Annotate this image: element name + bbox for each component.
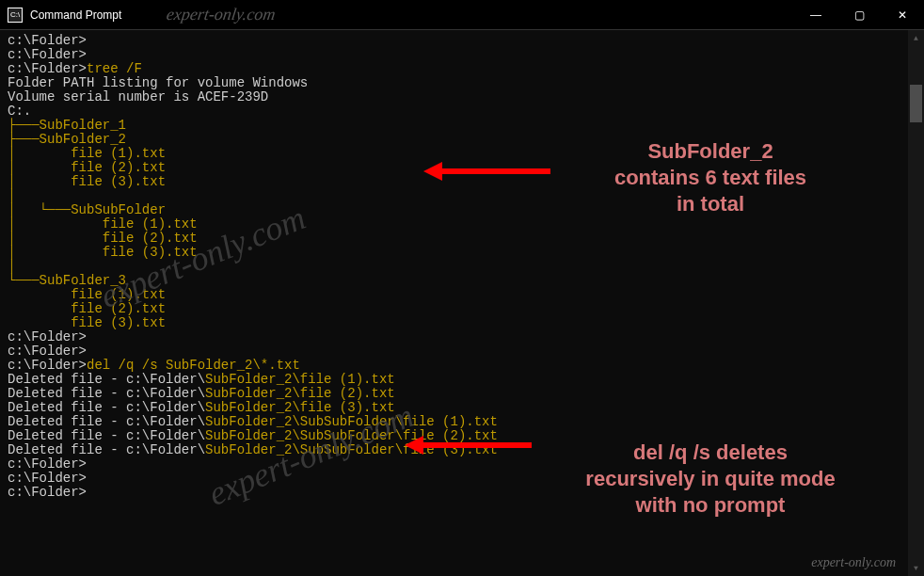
deleted-path: SubFolder_2\SubSubFolder\file (1).txt [205, 414, 498, 429]
prompt: c:\Folder> [8, 61, 87, 76]
tree-line: │ └───SubSubFolder [8, 203, 900, 217]
prompt-line: c:\Folder> [8, 457, 900, 472]
output-line: C:. [8, 104, 900, 119]
tree-line: file (3).txt [8, 316, 900, 330]
output-line: Volume serial number is ACEF-239D [8, 90, 900, 104]
tree-line: │ [8, 260, 900, 274]
close-button[interactable]: ✕ [881, 0, 924, 30]
deleted-prefix: Deleted file - c:\Folder\ [8, 372, 205, 387]
watermark-titlebar: expert-only.com [166, 5, 277, 24]
terminal-content[interactable]: c:\Folder>c:\Folder>c:\Folder>tree /FFol… [0, 30, 908, 576]
maximize-button[interactable]: ▢ [837, 0, 881, 30]
tree-line: │ file (2).txt [8, 161, 900, 175]
scroll-thumb[interactable] [910, 85, 922, 122]
prompt: c:\Folder> [8, 358, 87, 373]
window-controls: — ▢ ✕ [794, 0, 924, 30]
terminal-area: c:\Folder>c:\Folder>c:\Folder>tree /FFol… [0, 30, 924, 576]
tree-line: │ file (1).txt [8, 217, 900, 232]
output-line: Folder PATH listing for volume Windows [8, 76, 900, 90]
tree-line: │ file (2).txt [8, 232, 900, 246]
cmd-icon: C:\ [8, 8, 23, 23]
tree-line: file (2).txt [8, 302, 900, 316]
command-prompt-window: C:\ Command Prompt expert-only.com — ▢ ✕… [0, 0, 924, 576]
deleted-line: Deleted file - c:\Folder\SubFolder_2\fil… [8, 387, 900, 401]
cmd-tree-line: c:\Folder>tree /F [8, 62, 900, 76]
prompt-line: c:\Folder> [8, 486, 900, 500]
deleted-path: SubFolder_2\file (1).txt [205, 372, 395, 387]
window-title: Command Prompt [30, 8, 121, 22]
tree-line: │ file (3).txt [8, 175, 900, 189]
tree-line: └───SubFolder_3 [8, 274, 900, 288]
prompt-line: c:\Folder> [8, 344, 900, 359]
prompt-line: c:\Folder> [8, 34, 900, 48]
cmd-del-line: c:\Folder>del /q /s SubFolder_2\*.txt [8, 359, 900, 373]
prompt-line: c:\Folder> [8, 48, 900, 62]
deleted-line: Deleted file - c:\Folder\SubFolder_2\Sub… [8, 429, 900, 443]
scroll-down-arrow-icon[interactable]: ▼ [908, 560, 924, 576]
deleted-line: Deleted file - c:\Folder\SubFolder_2\Sub… [8, 415, 900, 429]
deleted-prefix: Deleted file - c:\Folder\ [8, 414, 205, 429]
minimize-button[interactable]: — [794, 0, 837, 30]
prompt-line: c:\Folder> [8, 472, 900, 486]
tree-line: │ file (3).txt [8, 246, 900, 260]
scroll-up-arrow-icon[interactable]: ▲ [908, 30, 924, 46]
tree-line: │ file (1).txt [8, 147, 900, 161]
deleted-path: SubFolder_2\SubSubFolder\file (3).txt [205, 442, 498, 457]
deleted-path: SubFolder_2\file (3).txt [205, 400, 395, 415]
deleted-prefix: Deleted file - c:\Folder\ [8, 386, 205, 401]
command-text: del /q /s SubFolder_2\*.txt [87, 358, 300, 373]
deleted-prefix: Deleted file - c:\Folder\ [8, 400, 205, 415]
tree-line: file (1).txt [8, 288, 900, 302]
title-left: C:\ Command Prompt expert-only.com [0, 5, 794, 24]
tree-line: ├───SubFolder_2 [8, 133, 900, 147]
deleted-line: Deleted file - c:\Folder\SubFolder_2\fil… [8, 373, 900, 387]
deleted-path: SubFolder_2\file (2).txt [205, 386, 395, 401]
tree-line: │ [8, 189, 900, 203]
deleted-prefix: Deleted file - c:\Folder\ [8, 428, 205, 443]
command-text: tree /F [87, 61, 142, 76]
prompt-line: c:\Folder> [8, 330, 900, 344]
vertical-scrollbar[interactable]: ▲ ▼ [908, 30, 924, 576]
deleted-line: Deleted file - c:\Folder\SubFolder_2\Sub… [8, 443, 900, 457]
tree-line: ├───SubFolder_1 [8, 119, 900, 133]
deleted-path: SubFolder_2\SubSubFolder\file (2).txt [205, 428, 498, 443]
deleted-prefix: Deleted file - c:\Folder\ [8, 442, 205, 457]
deleted-line: Deleted file - c:\Folder\SubFolder_2\fil… [8, 401, 900, 415]
titlebar[interactable]: C:\ Command Prompt expert-only.com — ▢ ✕ [0, 0, 924, 30]
